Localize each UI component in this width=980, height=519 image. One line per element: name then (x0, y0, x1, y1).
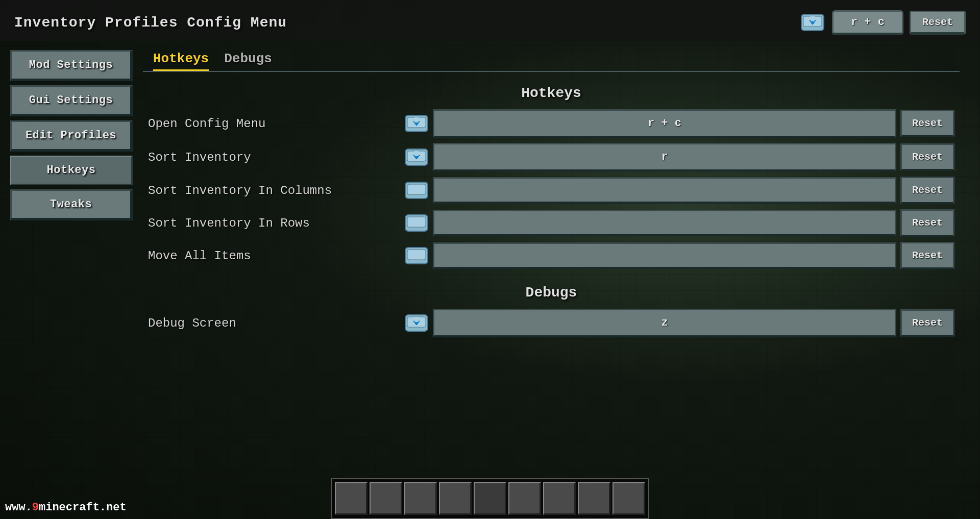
key-icon-debug-screen (403, 310, 430, 336)
hotkey-row-sort-rows: Sort Inventory In Rows Reset (143, 209, 960, 237)
reset-btn-debug-screen[interactable]: Reset (900, 309, 954, 337)
hotkey-row-open-config: Open Config Menu r + c Reset (143, 109, 960, 138)
sidebar-item-gui-settings[interactable]: Gui Settings (10, 85, 133, 116)
hotkey-row-sort-columns: Sort Inventory In Columns Reset (143, 177, 960, 204)
watermark-www: www. (5, 501, 32, 514)
hotkey-row-move-all: Move All Items Reset (143, 242, 960, 269)
watermark-9: 9 (32, 501, 39, 514)
hotkey-label-move-all: Move All Items (148, 249, 403, 263)
key-icon-large (799, 9, 826, 36)
hotkey-row-debug-screen: Debug Screen z Reset (143, 309, 960, 337)
key-value-sort-rows[interactable] (433, 210, 896, 236)
svg-rect-3 (811, 16, 815, 21)
sidebar-item-mod-settings[interactable]: Mod Settings (10, 50, 133, 81)
key-value-open-config[interactable]: r + c (433, 109, 896, 138)
hotkey-label-sort-rows: Sort Inventory In Rows (148, 216, 403, 230)
watermark: www.9minecraft.net (5, 501, 127, 514)
key-icon-sort-rows (403, 210, 430, 236)
svg-rect-17 (407, 250, 426, 260)
key-icon-sort-inventory (403, 144, 430, 170)
svg-rect-13 (407, 184, 426, 194)
sidebar-item-hotkeys[interactable]: Hotkeys (10, 156, 133, 185)
reset-btn-open-config[interactable]: Reset (900, 110, 954, 137)
main-key-display[interactable]: r + c (832, 10, 903, 35)
hotkey-label-debug-screen: Debug Screen (148, 316, 403, 330)
hotkey-label-sort-columns: Sort Inventory In Columns (148, 184, 403, 197)
svg-rect-11 (414, 151, 419, 156)
svg-rect-15 (407, 217, 426, 227)
key-value-sort-inventory[interactable]: r (433, 143, 896, 171)
hotkeys-section-header: Hotkeys (143, 85, 960, 101)
tab-hotkeys[interactable]: Hotkeys (153, 51, 209, 71)
sidebar-item-edit-profiles[interactable]: Edit Profiles (10, 120, 133, 152)
hotkey-row-sort-inventory: Sort Inventory r Reset (143, 143, 960, 171)
reset-btn-sort-rows[interactable]: Reset (900, 209, 954, 237)
content-area: Mod Settings Gui Settings Edit Profiles … (0, 41, 980, 519)
key-value-debug-screen[interactable]: z (433, 309, 896, 337)
reset-btn-sort-inventory[interactable]: Reset (900, 143, 954, 171)
tab-bar: Hotkeys Debugs (143, 46, 960, 72)
main-reset-button[interactable]: Reset (910, 11, 966, 35)
watermark-rest: minecraft.net (39, 501, 127, 514)
title-bar: Inventory Profiles Config Menu r + c Res… (0, 0, 980, 41)
tab-debugs[interactable]: Debugs (224, 51, 272, 71)
reset-btn-move-all[interactable]: Reset (900, 242, 954, 269)
hotkey-label-open-config: Open Config Menu (148, 117, 403, 131)
key-icon-sort-columns (403, 177, 430, 204)
key-value-sort-columns[interactable] (433, 177, 896, 204)
page-title: Inventory Profiles Config Menu (14, 15, 287, 31)
title-right: r + c Reset (799, 9, 966, 36)
sidebar-item-tweaks[interactable]: Tweaks (10, 189, 133, 220)
right-panel: Hotkeys Debugs Hotkeys Open Config Menu … (133, 46, 970, 514)
sidebar: Mod Settings Gui Settings Edit Profiles … (10, 46, 133, 514)
reset-btn-sort-columns[interactable]: Reset (900, 177, 954, 204)
hotkey-label-sort-inventory: Sort Inventory (148, 151, 403, 164)
key-value-move-all[interactable] (433, 242, 896, 269)
key-icon-move-all (403, 242, 430, 269)
svg-rect-21 (414, 317, 419, 322)
debugs-section-header: Debugs (143, 285, 960, 301)
key-icon-open-config (403, 110, 430, 137)
svg-rect-7 (414, 117, 419, 122)
